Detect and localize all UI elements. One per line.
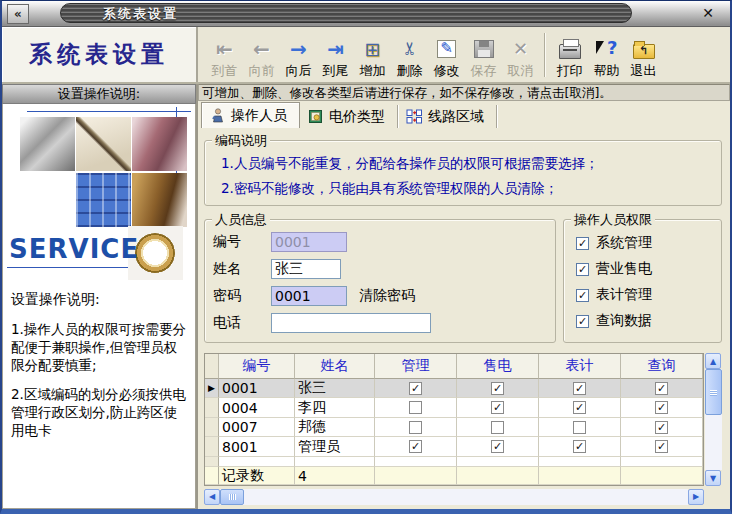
cell-name: 邦德 (295, 418, 375, 437)
cell-checkbox[interactable]: ✓ (491, 440, 504, 453)
checkbox-sales[interactable]: ✓ (576, 263, 589, 276)
scroll-right-icon[interactable]: ▶ (688, 489, 704, 505)
button-label: 到尾 (323, 63, 349, 78)
close-button[interactable]: ✕ (698, 4, 718, 22)
app-body: 设置操作说明: SERVICE 设置操作说明: 1.操作人员的权限可按需要分配便… (2, 84, 730, 509)
photo-keyboard (76, 173, 131, 227)
cell-checkbox[interactable]: ✓ (491, 401, 504, 414)
column-header-sales[interactable]: 售电 (457, 354, 539, 379)
cell-checkbox[interactable] (409, 401, 422, 414)
exit-button[interactable]: ↰ 退出 (625, 29, 662, 81)
tab-line-areas[interactable]: 线路区域 (398, 105, 497, 128)
hscroll-track[interactable] (220, 489, 688, 505)
perm-meter-row: ✓ 表计管理 (576, 282, 711, 308)
cell-checkbox[interactable] (491, 421, 504, 434)
cell-checkbox[interactable]: ✓ (409, 382, 422, 395)
cell-name: 李四 (295, 398, 375, 417)
table-row[interactable]: 0004 李四 ✓ ✓ ✓ (205, 398, 703, 417)
id-label: 编号 (213, 233, 271, 251)
cell-checkbox[interactable]: ✓ (573, 401, 586, 414)
column-header-name[interactable]: 姓名 (295, 354, 375, 379)
cell-checkbox[interactable]: ✓ (573, 382, 586, 395)
clear-password-button[interactable]: 清除密码 (359, 287, 415, 305)
cell-checkbox[interactable]: ✓ (573, 440, 586, 453)
first-record-icon: ⇤ (216, 35, 233, 63)
phone-label: 电话 (213, 314, 271, 332)
name-label: 姓名 (213, 260, 271, 278)
first-record-button[interactable]: ⇤ 到首 (206, 29, 243, 81)
print-button[interactable]: 打印 (551, 29, 588, 81)
checkbox-query[interactable]: ✓ (576, 315, 589, 328)
cell-checkbox[interactable]: ✓ (655, 382, 668, 395)
previous-record-button[interactable]: ← 向前 (243, 29, 280, 81)
column-header-id[interactable]: 编号 (219, 354, 295, 379)
scroll-down-icon[interactable]: ▼ (705, 470, 721, 486)
button-label: 帮助 (594, 63, 620, 78)
window-title: 系统表设置 (60, 3, 632, 23)
page-title: 系统表设置 (2, 27, 198, 82)
tab-price-types[interactable]: 电价类型 (300, 105, 398, 128)
edit-icon: ✎ (437, 40, 456, 58)
vscroll-thumb[interactable] (705, 369, 722, 415)
tab-label: 操作人员 (231, 107, 287, 125)
cell-checkbox[interactable]: ✓ (491, 382, 504, 395)
scroll-left-icon[interactable]: ◀ (204, 489, 220, 505)
cell-checkbox[interactable] (409, 421, 422, 434)
id-field[interactable] (271, 232, 347, 252)
phone-field[interactable] (271, 313, 431, 333)
delete-button[interactable]: ✂ 删除 (391, 29, 428, 81)
modify-button[interactable]: ✎ 修改 (428, 29, 465, 81)
table-row[interactable]: 0007 邦德 ✓ (205, 418, 703, 437)
group-label: 编码说明 (212, 133, 270, 148)
checkbox-system[interactable]: ✓ (576, 237, 589, 250)
scroll-up-icon[interactable]: ▲ (705, 353, 721, 369)
record-count-value: 4 (295, 467, 375, 485)
button-label: 增加 (360, 63, 386, 78)
column-header-meter[interactable]: 表计 (539, 354, 621, 379)
permissions-group: 操作人员权限 ✓ 系统管理 ✓ 营业售电 ✓ 表计管理 (563, 219, 722, 343)
cell-id: 0001 (219, 379, 295, 398)
button-label: 退出 (631, 63, 657, 78)
grid-header-row: 编号 姓名 管理 售电 表计 查询 (205, 354, 703, 379)
cell-checkbox[interactable] (573, 421, 586, 434)
row-indicator-icon: ▶ (208, 383, 215, 393)
table-row[interactable]: ▶ 0001 张三 ✓ ✓ ✓ ✓ (205, 379, 703, 398)
perm-system-row: ✓ 系统管理 (576, 230, 711, 256)
next-record-button[interactable]: → 向后 (280, 29, 317, 81)
cell-checkbox[interactable]: ✓ (655, 401, 668, 414)
line-area-icon (406, 109, 423, 124)
decoration-line (27, 111, 191, 112)
column-header-query[interactable]: 查询 (621, 354, 703, 379)
vertical-scrollbar[interactable]: ▲ ▼ (705, 353, 722, 486)
last-record-button[interactable]: ⇥ 到尾 (317, 29, 354, 81)
vscroll-track[interactable] (705, 369, 722, 470)
tab-operators[interactable]: 操作人员 (201, 102, 300, 128)
cancel-button[interactable]: ✕ 取消 (502, 29, 539, 81)
help-button[interactable]: ? 帮助 (588, 29, 625, 81)
cell-checkbox[interactable]: ✓ (655, 421, 668, 434)
group-label: 操作人员权限 (571, 212, 655, 227)
operators-grid: 编号 姓名 管理 售电 表计 查询 ▶ 0001 张三 (204, 353, 722, 505)
photo-pen (76, 117, 131, 171)
photo-leather (132, 173, 187, 227)
perm-label: 查询数据 (596, 312, 652, 330)
record-count-label: 记录数 (219, 467, 295, 485)
sidebar-note-2: 2.区域编码的划分必须按供电管理行政区划分,防止跨区使用电卡 (11, 386, 189, 439)
save-button[interactable]: 保存 (465, 29, 502, 81)
coding-note-1: 1.人员编号不能重复，分配给各操作员的权限可根据需要选择； (211, 151, 715, 176)
sidebar: 设置操作说明: SERVICE 设置操作说明: 1.操作人员的权限可按需要分配便… (2, 84, 198, 509)
checkbox-meter[interactable]: ✓ (576, 289, 589, 302)
cell-name: 张三 (295, 379, 375, 398)
name-field[interactable] (271, 259, 341, 279)
cell-checkbox[interactable]: ✓ (409, 440, 422, 453)
add-button[interactable]: ⊞ 增加 (354, 29, 391, 81)
perm-label: 系统管理 (596, 234, 652, 252)
password-field[interactable] (271, 286, 347, 306)
hscroll-thumb[interactable] (220, 489, 244, 505)
column-header-manage[interactable]: 管理 (375, 354, 457, 379)
horizontal-scrollbar[interactable]: ◀ ▶ (204, 488, 704, 505)
cell-checkbox[interactable]: ✓ (655, 440, 668, 453)
table-row[interactable]: 8001 管理员 ✓ ✓ ✓ ✓ (205, 437, 703, 456)
button-label: 到首 (212, 63, 238, 78)
button-label: 删除 (397, 63, 423, 78)
